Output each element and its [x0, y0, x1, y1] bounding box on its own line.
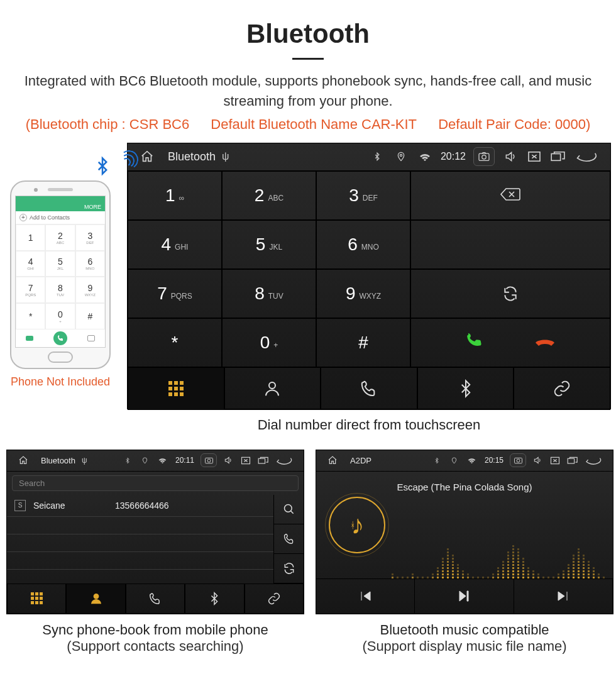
- album-art: ᚼ♪: [329, 497, 385, 553]
- home-icon[interactable]: [17, 454, 30, 467]
- key-3[interactable]: 3DEF: [316, 171, 410, 220]
- sync-button[interactable]: [273, 554, 304, 584]
- svg-rect-9: [258, 458, 265, 463]
- svg-point-10: [284, 504, 292, 512]
- play-pause-button[interactable]: [415, 578, 514, 614]
- key-8[interactable]: 8TUV: [222, 269, 316, 318]
- hangup-button[interactable]: [534, 333, 556, 352]
- tab-pair[interactable]: [514, 367, 610, 410]
- location-icon: [448, 454, 461, 467]
- bluetooth-specs: (Bluetooth chip : CSR BC6 Default Blueto…: [5, 116, 611, 133]
- spec-name: Default Bluetooth Name CAR-KIT: [211, 116, 417, 132]
- headunit-phonebook: Bluetooth ψ 20:11 Search: [6, 450, 304, 614]
- key-6[interactable]: 6MNO: [316, 220, 410, 269]
- search-input[interactable]: Search: [12, 475, 299, 491]
- phone-caption: Phone Not Included: [5, 375, 116, 389]
- plus-icon: +: [19, 214, 27, 221]
- key-7[interactable]: 7PQRS: [128, 269, 222, 318]
- location-icon: [393, 148, 409, 165]
- tab-bluetooth[interactable]: [417, 367, 514, 410]
- keypad-icon: [168, 381, 184, 396]
- screenshot-icon[interactable]: [201, 453, 217, 467]
- volume-icon[interactable]: [222, 454, 234, 467]
- back-icon[interactable]: [584, 454, 603, 467]
- app-title: Bluetooth: [41, 456, 75, 465]
- bluetooth-icon: [207, 592, 221, 606]
- voicemail-tab-icon: [26, 336, 33, 341]
- clock-label: 20:15: [485, 456, 503, 465]
- svg-rect-15: [568, 458, 574, 463]
- screenshot-icon[interactable]: [510, 453, 526, 467]
- volume-icon[interactable]: [502, 148, 519, 165]
- tab-recents[interactable]: [321, 367, 417, 410]
- svg-point-2: [482, 155, 486, 159]
- wifi-icon: [466, 454, 478, 467]
- phone-dial-button: [53, 331, 67, 345]
- link-icon: [267, 592, 281, 606]
- key-9[interactable]: 9WXYZ: [316, 269, 410, 318]
- tab-keypad[interactable]: [128, 367, 224, 410]
- page-subtitle: Integrated with BC6 Bluetooth module, su…: [5, 71, 611, 111]
- key-0[interactable]: 0+: [222, 318, 316, 367]
- tab-pair[interactable]: [245, 584, 304, 614]
- bluetooth-status-icon: [431, 454, 443, 467]
- key-#[interactable]: #: [316, 318, 410, 367]
- contact-row[interactable]: SSeicane13566664466: [7, 495, 273, 517]
- headunit-dialer: Bluetooth ψ 20:12 1∞2ABC3DEF4GHI5JKL6MNO…: [127, 143, 611, 409]
- svg-point-5: [269, 382, 275, 389]
- close-window-icon[interactable]: [526, 148, 542, 165]
- link-icon: [553, 379, 571, 398]
- key-2[interactable]: 2ABC: [222, 171, 316, 220]
- call-button[interactable]: [463, 329, 486, 356]
- recent-apps-icon[interactable]: [550, 148, 566, 165]
- home-icon[interactable]: [139, 148, 155, 165]
- close-window-icon[interactable]: [549, 454, 561, 467]
- key-*[interactable]: *: [128, 318, 222, 367]
- tab-contacts[interactable]: [66, 584, 125, 614]
- redial-button[interactable]: [410, 269, 610, 318]
- location-icon: [139, 454, 151, 467]
- home-icon[interactable]: [326, 454, 339, 467]
- svg-point-13: [517, 459, 520, 462]
- keypad-icon: [31, 592, 43, 604]
- call-contact-button[interactable]: [273, 524, 304, 554]
- wifi-icon: [157, 454, 169, 467]
- svg-rect-6: [205, 458, 212, 463]
- spec-chip: (Bluetooth chip : CSR BC6: [26, 116, 189, 132]
- usb-icon: ψ: [82, 456, 87, 465]
- contact-name: Seicane: [33, 501, 115, 511]
- key-1[interactable]: 1∞: [128, 171, 222, 220]
- key-4[interactable]: 4GHI: [128, 220, 222, 269]
- wifi-icon: [417, 148, 433, 165]
- recent-apps-icon[interactable]: [257, 454, 270, 467]
- clock-label: 20:12: [441, 151, 466, 162]
- dialer-caption: Dial number direct from touchscreen: [127, 417, 611, 433]
- key-5[interactable]: 5JKL: [222, 220, 316, 269]
- add-contacts-label: Add to Contacts: [30, 214, 70, 221]
- backspace-button[interactable]: [410, 171, 610, 220]
- svg-rect-4: [551, 154, 560, 161]
- track-title: Escape (The Pina Colada Song): [316, 482, 613, 492]
- close-window-icon[interactable]: [239, 454, 252, 467]
- visualizer: [392, 534, 607, 578]
- spec-code: Default Pair Code: 0000): [438, 116, 590, 132]
- title-underline: [292, 58, 324, 60]
- back-icon[interactable]: [275, 454, 294, 467]
- back-icon[interactable]: [574, 148, 599, 165]
- svg-point-7: [207, 459, 211, 462]
- status-bar: Bluetooth ψ 20:12: [128, 143, 610, 171]
- tab-bluetooth[interactable]: [185, 584, 244, 614]
- tab-keypad[interactable]: [7, 584, 66, 614]
- svg-point-11: [94, 594, 98, 598]
- search-button[interactable]: [273, 495, 304, 524]
- person-icon: [263, 379, 282, 398]
- volume-icon[interactable]: [531, 454, 544, 467]
- tab-recents[interactable]: [126, 584, 185, 614]
- next-track-button[interactable]: [514, 578, 613, 614]
- tab-contacts[interactable]: [224, 367, 321, 410]
- headunit-a2dp: A2DP 20:15 Escape (The Pina Colada Song): [316, 450, 613, 614]
- screenshot-icon[interactable]: [473, 147, 495, 166]
- prev-track-button[interactable]: [316, 578, 415, 614]
- page-title: Bluetooth: [5, 19, 611, 49]
- recent-apps-icon[interactable]: [566, 454, 579, 467]
